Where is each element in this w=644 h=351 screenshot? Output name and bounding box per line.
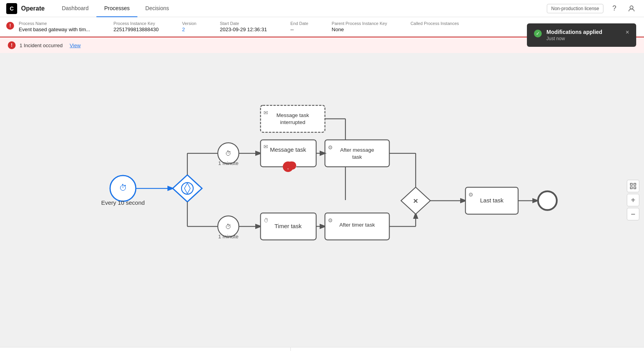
svg-text:⚙: ⚙ bbox=[328, 218, 333, 223]
start-date-value: 2023-09-29 12:36:31 bbox=[220, 27, 267, 32]
svg-text:Every 10 second: Every 10 second bbox=[101, 199, 145, 206]
svg-text:⏱: ⏱ bbox=[119, 183, 127, 192]
app-brand: Operate bbox=[21, 5, 44, 12]
svg-text:Message task: Message task bbox=[276, 112, 309, 118]
svg-rect-60 bbox=[630, 187, 632, 189]
svg-text:After timer task: After timer task bbox=[340, 222, 375, 228]
process-name-value: Event based gateway with tim... bbox=[19, 27, 90, 32]
instance-history-panel: Instance History Show End Date Show Exec… bbox=[0, 347, 291, 351]
start-date-label: Start Date bbox=[220, 21, 267, 26]
diagram-area[interactable]: ⏱ Every 10 second ⏱ 1 minute ✉ Message t… bbox=[0, 53, 644, 347]
svg-rect-21 bbox=[287, 161, 296, 170]
svg-text:Message task: Message task bbox=[270, 146, 306, 153]
process-name-field: Process Name Event based gateway with ti… bbox=[19, 21, 90, 32]
called-instances-field: Called Process Instances bbox=[411, 21, 459, 32]
top-navigation: C Operate Dashboard Processes Decisions … bbox=[0, 0, 644, 17]
end-date-label: End Date bbox=[290, 21, 308, 26]
svg-text:⏱: ⏱ bbox=[263, 218, 269, 223]
svg-rect-61 bbox=[634, 187, 636, 189]
process-key-label: Process Instance Key bbox=[114, 21, 159, 26]
app-logo: C bbox=[6, 3, 17, 14]
incident-text: 1 Incident occurred bbox=[20, 43, 63, 48]
variables-panel: Variables Name Value test 123 ✏ bbox=[291, 347, 644, 351]
variables-header: Variables bbox=[291, 347, 644, 351]
toast-close-button[interactable]: × bbox=[626, 29, 629, 36]
start-date-field: Start Date 2023-09-29 12:36:31 bbox=[220, 21, 267, 32]
zoom-fit-button[interactable] bbox=[627, 180, 639, 192]
svg-text:Last task: Last task bbox=[480, 197, 504, 204]
nav-processes[interactable]: Processes bbox=[96, 0, 137, 17]
svg-rect-22 bbox=[261, 105, 325, 132]
parent-key-field: Parent Process Instance Key None bbox=[332, 21, 387, 32]
svg-rect-28 bbox=[325, 140, 390, 167]
toast-title: Modifications applied bbox=[546, 29, 621, 35]
nav-dashboard[interactable]: Dashboard bbox=[54, 0, 96, 17]
notification-toast: ✓ Modifications applied Just now × bbox=[527, 23, 636, 47]
toast-content: Modifications applied Just now bbox=[546, 29, 621, 41]
process-error-icon: ! bbox=[6, 22, 14, 30]
help-button[interactable]: ? bbox=[608, 2, 621, 15]
svg-point-0 bbox=[630, 6, 633, 9]
svg-text:⏱: ⏱ bbox=[225, 223, 232, 230]
zoom-in-button[interactable]: + bbox=[627, 194, 639, 206]
parent-key-label: Parent Process Instance Key bbox=[332, 21, 387, 26]
version-value[interactable]: 2 bbox=[182, 27, 197, 32]
svg-text:✉: ✉ bbox=[263, 110, 268, 116]
incident-view-link[interactable]: View bbox=[70, 43, 81, 48]
incident-error-icon: ! bbox=[8, 41, 16, 49]
toast-subtitle: Just now bbox=[546, 36, 621, 41]
toast-success-icon: ✓ bbox=[534, 30, 542, 37]
nav-decisions[interactable]: Decisions bbox=[137, 0, 177, 17]
process-key-field: Process Instance Key 2251799813888430 bbox=[114, 21, 159, 32]
user-button[interactable] bbox=[625, 2, 638, 15]
svg-text:1 minute: 1 minute bbox=[218, 234, 238, 239]
process-name-label: Process Name bbox=[19, 21, 90, 26]
svg-text:⚙: ⚙ bbox=[468, 192, 473, 198]
svg-rect-59 bbox=[634, 183, 636, 185]
svg-point-57 bbox=[538, 191, 557, 210]
end-date-value: -- bbox=[290, 27, 308, 32]
version-label: Version bbox=[182, 21, 197, 26]
end-date-field: End Date -- bbox=[290, 21, 308, 32]
svg-rect-58 bbox=[630, 183, 632, 185]
zoom-out-button[interactable]: − bbox=[627, 208, 639, 220]
svg-text:×: × bbox=[413, 196, 418, 205]
svg-text:⚙: ⚙ bbox=[328, 145, 333, 151]
license-badge[interactable]: Non-production license bbox=[547, 4, 603, 13]
parent-key-value: None bbox=[332, 27, 387, 32]
svg-text:task: task bbox=[352, 154, 362, 160]
svg-text:1 minute: 1 minute bbox=[218, 160, 238, 166]
version-field: Version 2 bbox=[182, 21, 197, 32]
process-key-value: 2251799813888430 bbox=[114, 27, 159, 32]
nav-links: Dashboard Processes Decisions bbox=[54, 0, 547, 17]
called-instances-label: Called Process Instances bbox=[411, 21, 459, 26]
svg-text:✉: ✉ bbox=[263, 144, 268, 150]
svg-text:Timer task: Timer task bbox=[274, 223, 302, 229]
svg-text:After message: After message bbox=[340, 147, 374, 153]
main-layout: ⏱ Every 10 second ⏱ 1 minute ✉ Message t… bbox=[0, 53, 644, 347]
bottom-section: Instance History Show End Date Show Exec… bbox=[0, 347, 644, 351]
svg-text:interrupted: interrupted bbox=[280, 119, 306, 125]
svg-text:⏱: ⏱ bbox=[225, 150, 232, 157]
zoom-controls: + − bbox=[627, 180, 639, 220]
nav-right: Non-production license ? bbox=[547, 2, 638, 15]
history-header: Instance History Show End Date Show Exec… bbox=[0, 347, 290, 351]
